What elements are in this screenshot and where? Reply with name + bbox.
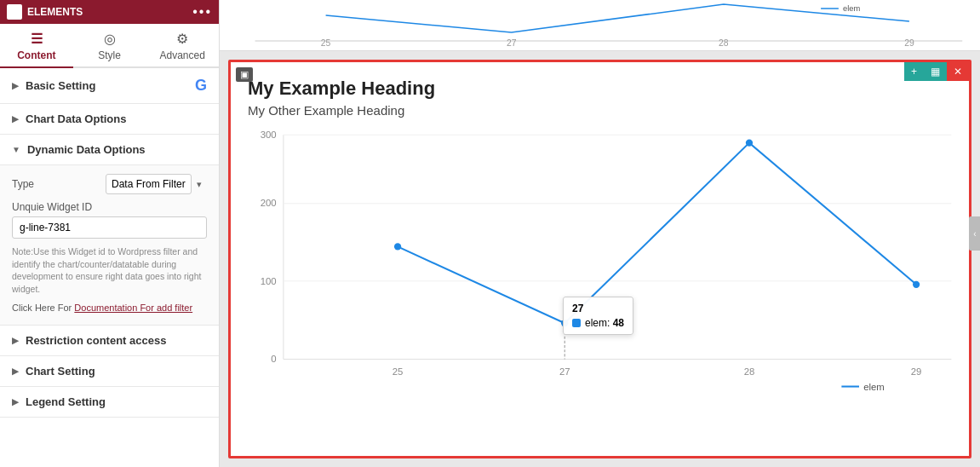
legend-label: Legend Setting — [26, 395, 106, 408]
basic-setting-label: Basic Setting — [26, 79, 95, 92]
type-select[interactable]: Data From Filter — [106, 174, 192, 194]
top-bar: ELEMENTS ••• — [0, 0, 219, 24]
svg-text:27: 27 — [507, 38, 517, 47]
left-panel: ELEMENTS ••• ☰ Content ◎ Style ⚙ Advance… — [0, 0, 220, 467]
advanced-icon: ⚙ — [176, 31, 188, 47]
tab-advanced[interactable]: ⚙ Advanced — [146, 24, 219, 68]
section-legend-setting[interactable]: ▶ Legend Setting — [0, 387, 219, 418]
type-field-row: Type Data From Filter — [12, 174, 207, 194]
chart-line — [398, 143, 916, 324]
svg-text:elem: elem — [863, 382, 885, 392]
chart-svg: 0 100 200 300 25 27 28 29 — [239, 126, 960, 399]
svg-text:27: 27 — [559, 366, 570, 377]
svg-text:200: 200 — [261, 198, 277, 208]
right-panel: 25 27 28 29 elem + ▦ ✕ ▣ My Example Head… — [220, 0, 980, 467]
widget-id-input[interactable] — [12, 216, 207, 239]
tab-content[interactable]: ☰ Content — [0, 24, 73, 68]
svg-text:300: 300 — [261, 130, 277, 140]
data-point-25[interactable] — [394, 243, 401, 250]
tab-advanced-label: Advanced — [159, 49, 204, 61]
svg-text:29: 29 — [911, 366, 922, 377]
chart-data-chevron: ▶ — [12, 114, 19, 124]
svg-text:28: 28 — [719, 38, 729, 47]
chart-heading2: My Other Example Heading — [231, 103, 969, 126]
section-chart-setting[interactable]: ▶ Chart Setting — [0, 356, 219, 387]
restriction-label: Restriction content access — [26, 334, 166, 347]
restriction-chevron: ▶ — [12, 336, 19, 345]
chart-svg-container: 0 100 200 300 25 27 28 29 — [231, 126, 969, 410]
doc-prefix: Click Here For — [12, 303, 74, 313]
type-select-wrapper: Data From Filter — [106, 174, 207, 194]
tabs-row: ☰ Content ◎ Style ⚙ Advanced — [0, 24, 219, 68]
note-text: Note:Use this Widget id to Wordpress fil… — [12, 245, 207, 296]
chart-setting-label: Chart Setting — [26, 365, 95, 378]
dynamic-data-label: Dynamic Data Options — [27, 143, 146, 156]
chart-toolbar: + ▦ ✕ — [904, 62, 969, 81]
content-icon: ☰ — [31, 31, 43, 47]
top-chart-preview: 25 27 28 29 elem — [220, 0, 980, 51]
mini-chart-svg: 25 27 28 29 elem — [220, 0, 980, 47]
doc-link-row: Click Here For Documentation For add fil… — [12, 303, 207, 313]
doc-link[interactable]: Documentation For add filter — [74, 303, 192, 313]
dynamic-data-expanded: Type Data From Filter Unquie Widget ID N… — [0, 165, 219, 326]
data-point-28[interactable] — [746, 139, 753, 146]
style-icon: ◎ — [104, 31, 116, 47]
top-bar-dots[interactable]: ••• — [192, 4, 212, 20]
widget-id-label: Unquie Widget ID — [12, 201, 207, 213]
panel-content: ▶ Basic Setting G ▶ Chart Data Options ▼… — [0, 68, 219, 467]
chart-close-button[interactable]: ✕ — [947, 62, 969, 81]
top-bar-logo — [7, 4, 22, 20]
svg-text:29: 29 — [904, 38, 914, 47]
tab-style-label: Style — [98, 49, 121, 61]
tab-style[interactable]: ◎ Style — [73, 24, 146, 68]
chart-grid-button[interactable]: ▦ — [924, 62, 947, 81]
svg-text:25: 25 — [321, 38, 331, 47]
type-label: Type — [12, 178, 106, 190]
section-dynamic-data-options[interactable]: ▼ Dynamic Data Options — [0, 135, 219, 165]
section-restriction[interactable]: ▶ Restriction content access — [0, 326, 219, 356]
tab-content-label: Content — [17, 49, 55, 61]
chart-container: + ▦ ✕ ▣ My Example Heading My Other Exam… — [228, 60, 971, 458]
svg-text:elem: elem — [843, 4, 861, 13]
chart-heading1: My Example Heading — [231, 62, 969, 103]
google-icon: G — [195, 77, 207, 95]
chart-block-icon: ▣ — [236, 67, 253, 82]
data-point-29[interactable] — [913, 281, 920, 288]
chart-setting-chevron: ▶ — [12, 366, 19, 376]
svg-text:28: 28 — [744, 366, 755, 377]
top-bar-title: ELEMENTS — [27, 6, 187, 18]
basic-setting-chevron: ▶ — [12, 81, 19, 90]
svg-text:0: 0 — [271, 354, 276, 364]
section-basic-setting[interactable]: ▶ Basic Setting G — [0, 68, 219, 104]
chart-data-label: Chart Data Options — [26, 112, 126, 125]
section-chart-data-options[interactable]: ▶ Chart Data Options — [0, 104, 219, 135]
svg-text:100: 100 — [261, 276, 277, 286]
dynamic-data-chevron: ▼ — [12, 145, 20, 154]
legend-chevron: ▶ — [12, 397, 19, 406]
chart-add-button[interactable]: + — [904, 62, 924, 81]
svg-text:25: 25 — [393, 366, 404, 377]
